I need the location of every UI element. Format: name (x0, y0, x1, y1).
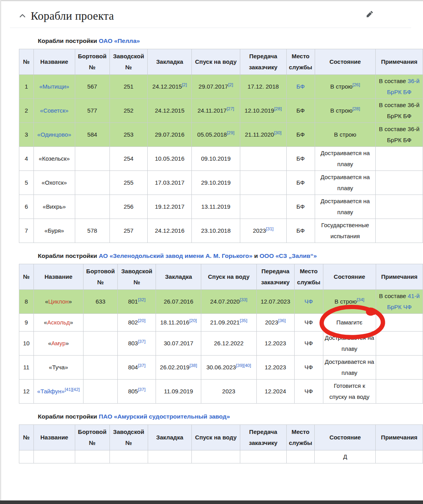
red-link[interactable]: Аскольд (47, 319, 70, 326)
reference-link[interactable]: [39] (236, 363, 243, 368)
table-cell: 9 (19, 314, 34, 332)
shipyard-link[interactable]: ООО «СЗ „Залив“» (260, 252, 317, 259)
text: » (66, 340, 69, 346)
table-cell: 12.10.2019[28] (240, 99, 286, 123)
reference-link[interactable]: [2] (228, 82, 233, 87)
shipyard-link[interactable]: ПАО «Амурский судостроительный завод» (99, 413, 230, 420)
reference-link[interactable]: [20] (138, 318, 145, 323)
table-row: Д (19, 450, 423, 463)
table-cell: 12 (19, 380, 34, 404)
reference-link[interactable]: [26] (352, 82, 360, 87)
text: Достраивается на плаву (325, 334, 374, 352)
reference-link[interactable]: [30] (274, 130, 282, 135)
reference-link[interactable]: [38] (189, 363, 197, 368)
text: 24.11.2017 (197, 107, 226, 114)
reference-link[interactable]: [27] (226, 106, 234, 111)
reference-link[interactable]: [37] (138, 387, 145, 392)
table-cell: 567 (75, 75, 109, 99)
text: Достраивается на плаву (321, 174, 370, 191)
table-cell: 253 (109, 123, 148, 147)
ship-link[interactable]: ЧФ (304, 298, 313, 305)
reference-link[interactable]: [28] (352, 106, 360, 111)
reference-link[interactable]: [40] (243, 363, 251, 368)
text: 804 (128, 364, 138, 371)
reference-link[interactable]: [2] (182, 82, 187, 87)
text: Д (343, 453, 347, 460)
text: 256 (124, 203, 134, 210)
text: » (69, 298, 72, 305)
red-link[interactable]: Амур (51, 340, 65, 346)
table-cell: 12.07.2023 (256, 290, 294, 314)
text: 24.12.2015 (152, 83, 182, 90)
reference-link[interactable]: [36] (278, 318, 286, 323)
section-content: Корабли постройки ОАО «Пелла»№НазваниеБо… (0, 37, 423, 463)
text: 11.09.2019 (164, 388, 193, 395)
reference-link[interactable]: [34] (357, 297, 364, 302)
text: 13.11.2019 (201, 203, 230, 210)
table-cell: 17.12. 2018 (240, 75, 286, 99)
column-header: Закладка (148, 425, 192, 450)
text: 12.2024 (265, 388, 286, 395)
table-cell: Достраивается на плаву (315, 195, 376, 219)
reference-link[interactable]: [31] (266, 226, 273, 231)
table-cell: 2023[31] (240, 219, 286, 243)
reference-link[interactable]: [32] (138, 297, 145, 302)
reference-link[interactable]: [28] (274, 106, 282, 111)
reference-link[interactable]: [33] (240, 297, 247, 302)
reference-link[interactable]: [20] (189, 318, 197, 323)
pencil-icon[interactable] (366, 11, 375, 19)
reference-link[interactable]: [35] (240, 318, 247, 323)
table-cell: 6 (19, 195, 34, 219)
column-header: Место службы (286, 425, 315, 450)
column-header: Закладка (148, 49, 192, 75)
table-cell (75, 195, 109, 219)
text: ЧФ (304, 340, 313, 346)
table-row: 1«Мытищи»56725124.12.2015[2]29.07.2017[2… (19, 75, 423, 99)
table-cell: 11.09.2019 (156, 380, 201, 404)
reference-link[interactable]: [37] (138, 339, 145, 344)
text: 584 (87, 131, 97, 138)
text: 255 (124, 179, 134, 186)
table-cell: В составе 36-й БрРК БФ (376, 99, 423, 123)
table-cell: 05.05.2018[29] (192, 123, 240, 147)
shipyard-link[interactable]: ОАО «Пелла» (99, 37, 140, 44)
ship-link[interactable]: «Мытищи» (39, 83, 69, 90)
column-header: Заводской № (109, 49, 148, 75)
chevron-up-icon[interactable] (19, 12, 26, 19)
table-cell: Готовится к спуску на воду (323, 380, 376, 404)
reference-link[interactable]: [41] (65, 387, 72, 392)
table-cell: 252 (109, 99, 148, 123)
reference-link[interactable]: [42] (72, 387, 80, 392)
table-row: 12«Тайфун»[41][42]805[37]11.09.201920231… (19, 380, 423, 404)
text: 2023 (265, 319, 278, 326)
ship-link[interactable]: БФ (297, 83, 305, 90)
reference-link[interactable]: [29] (227, 130, 234, 135)
text: 26.07.2016 (164, 298, 193, 305)
text: 09.10.2019 (201, 155, 230, 162)
screenshot-top-edge (0, 0, 423, 1)
text: 251 (124, 83, 134, 90)
table-cell: 584 (75, 123, 109, 147)
table-cell: «Аскольд» (33, 314, 83, 332)
text: БФ (297, 155, 305, 162)
table-cell (240, 195, 286, 219)
text: « (44, 319, 47, 326)
text: 801 (128, 298, 138, 305)
circled-status-text: Памагитє (336, 319, 362, 326)
text: БФ (297, 179, 305, 186)
page-title: Корабли проекта (31, 9, 114, 22)
text: 12 (23, 388, 30, 395)
table-cell: 26.02.2019[38] (156, 356, 201, 380)
column-header: Примечания (376, 264, 423, 290)
table-cell: «Циклон» (33, 290, 83, 314)
text: 30.07.2017 (164, 340, 193, 346)
ship-link[interactable]: «Одинцово» (37, 131, 71, 138)
ship-link[interactable]: «Советск» (40, 107, 69, 114)
ship-link[interactable]: «Тайфун» (37, 388, 65, 395)
red-link[interactable]: Циклон (48, 298, 69, 305)
shipyard-link[interactable]: АО «Зеленодольский завод имени А. М. Гор… (99, 252, 252, 259)
table-cell: 21.11.2020[30] (240, 123, 286, 147)
text: БФ (297, 227, 305, 234)
reference-link[interactable]: [37] (138, 363, 145, 368)
text: Достраивается на плаву (325, 358, 374, 376)
